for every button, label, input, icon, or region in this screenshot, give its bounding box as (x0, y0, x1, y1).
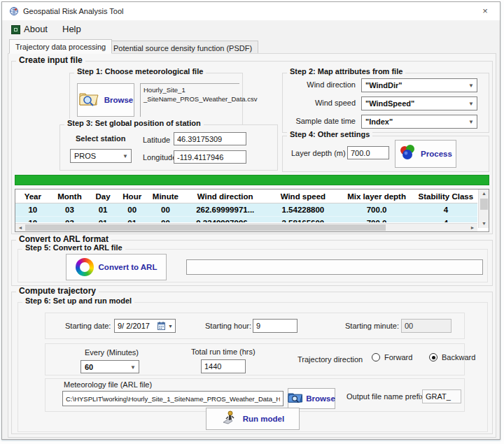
starting-minute-input[interactable] (401, 319, 451, 333)
starting-date-value: 9/ 2/2017 (118, 322, 150, 330)
sample-date-time-value: "Index" (365, 117, 393, 126)
app-icon (9, 6, 19, 16)
radio-checked-icon[interactable] (429, 353, 438, 361)
cell: 4 (414, 219, 477, 223)
starting-date-picker[interactable]: 9/ 2/2017 ▼ (114, 319, 176, 333)
step6-group: Step 6: Set up and run model Starting da… (18, 302, 488, 432)
cell: 00 (148, 206, 184, 214)
tab-strip: Trajectory data processing Potential sou… (2, 38, 500, 54)
station-select[interactable]: PROS ▼ (70, 149, 132, 163)
station-value: PROS (74, 152, 96, 160)
browse-arl-file-label: Browse (306, 394, 335, 403)
longitude-input[interactable] (174, 150, 246, 164)
app-window: Geospatial Risk Analysis Tool × About He… (1, 1, 500, 440)
cell: 01 (89, 219, 117, 223)
layer-depth-label: Layer depth (m) (291, 149, 346, 157)
vertical-scroll-thumb[interactable] (480, 199, 488, 210)
scroll-right-icon[interactable]: ► (468, 224, 477, 232)
scroll-down-icon[interactable]: ▼ (479, 220, 489, 228)
process-label: Process (421, 150, 452, 158)
close-button[interactable]: × (477, 5, 493, 17)
chevron-down-icon: ▼ (130, 364, 136, 370)
wind-direction-value: "WindDir" (365, 81, 402, 89)
runner-icon (221, 410, 238, 428)
step5-group: Step 5: Convert to ARL file Convert to A… (18, 249, 488, 282)
horizontal-scroll-thumb[interactable] (25, 224, 386, 231)
weather-data-table[interactable]: Year Month Day Hour Minute Wind directio… (15, 189, 489, 232)
col-month: Month (50, 192, 90, 201)
starting-hour-input[interactable] (253, 319, 298, 333)
tab-psdf[interactable]: Potential source density function (PSDF) (107, 41, 258, 54)
table-row[interactable]: 10 03 01 00 00 262.69999971... 1.5422880… (15, 203, 477, 216)
convert-progress-bar (186, 259, 483, 275)
total-run-time-label: Total run time (hrs) (191, 348, 255, 356)
compute-trajectory-title: Compute trajectory (16, 286, 99, 296)
cell: 2.58165600 (267, 219, 339, 223)
latitude-input[interactable] (174, 132, 246, 145)
step4-group: Step 4: Other settings Layer depth (m) P… (282, 136, 489, 172)
start-datetime-panel: Starting date: 9/ 2/2017 ▼ Starting hour… (45, 313, 465, 339)
table-header-row: Year Month Day Hour Minute Wind directio… (15, 189, 477, 203)
calendar-icon (158, 322, 165, 331)
output-prefix-input[interactable] (422, 389, 461, 403)
step3-title: Step 3: Set global position of station (64, 119, 204, 127)
table-horizontal-scrollbar[interactable]: ◄ ► (15, 223, 477, 231)
step1-title: Step 1: Choose meteorological file (74, 67, 206, 76)
sample-date-time-select[interactable]: "Index" ▼ (361, 115, 477, 129)
longitude-label: Longitude (143, 153, 176, 162)
col-minute: Minute (148, 192, 184, 201)
menu-help[interactable]: Help (62, 24, 81, 34)
process-button[interactable]: Process (395, 140, 456, 168)
menu-bar: About Help (2, 20, 500, 38)
cell: 9.2249997996... (183, 219, 267, 223)
scroll-left-icon[interactable]: ◄ (15, 224, 25, 232)
every-minutes-select[interactable]: 60 ▼ (80, 360, 139, 373)
cell: 01 (89, 206, 117, 214)
sample-date-time-label: Sample date time (283, 117, 356, 125)
col-hour: Hour (117, 192, 148, 201)
step2-title: Step 2: Map attributes from file (287, 67, 405, 76)
chevron-down-icon: ▼ (468, 83, 474, 89)
menu-about[interactable]: About (24, 24, 48, 34)
radio-unchecked-icon[interactable] (372, 353, 380, 361)
total-run-time-input[interactable] (201, 359, 246, 373)
browse-meteo-file-label: Browse (104, 96, 134, 104)
desktop: Geospatial Risk Analysis Tool × About He… (0, 0, 504, 444)
step4-title: Step 4: Other settings (287, 130, 372, 138)
met-file-label: Meteorology file (ARL file) (64, 380, 152, 389)
cell: 03 (50, 219, 90, 223)
output-prefix-label: Output file name prefix (346, 392, 424, 401)
compute-trajectory-group: Compute trajectory Step 6: Set up and ru… (11, 292, 493, 434)
run-model-label: Run model (243, 415, 284, 423)
browse-meteo-file-button[interactable]: Browse (77, 83, 134, 117)
every-minutes-value: 60 (85, 363, 93, 371)
cell: 700.0 (340, 219, 414, 223)
col-wind-direction: Wind direction (183, 192, 267, 201)
browse-arl-file-button[interactable]: Browse (288, 388, 335, 409)
chevron-down-icon: ▼ (122, 153, 128, 159)
convert-to-arl-button[interactable]: Convert to ARL (66, 254, 167, 280)
wind-speed-select[interactable]: "WindSpeed" ▼ (361, 96, 477, 110)
file-name-line2: _SiteName_PROS_Weather_Data.csv (144, 95, 237, 104)
forward-radio[interactable]: Forward (372, 353, 412, 361)
rgb-spheres-icon (399, 145, 416, 163)
every-minutes-label: Every (Minutes) (85, 348, 139, 357)
layer-depth-input[interactable] (347, 146, 389, 159)
cell: 03 (50, 206, 90, 214)
tab-trajectory-data-processing[interactable]: Trajectory data processing (9, 39, 112, 54)
blue-folder-search-icon (288, 391, 303, 406)
backward-radio[interactable]: Backward (429, 353, 475, 361)
cell: 262.69999971... (183, 206, 267, 214)
run-settings-panel: Every (Minutes) 60 ▼ Total run time (hrs… (45, 343, 465, 375)
chevron-down-icon: ▼ (168, 324, 173, 329)
cell: 10 (15, 219, 50, 223)
cell: 1.54228800 (267, 206, 339, 214)
met-file-path-input[interactable] (62, 391, 284, 406)
table-row[interactable]: 10 03 01 01 00 9.2249997996... 2.5816560… (15, 216, 477, 222)
color-wheel-icon (76, 258, 94, 276)
wind-direction-select[interactable]: "WindDir" ▼ (361, 78, 477, 92)
window-title: Geospatial Risk Analysis Tool (23, 7, 123, 15)
run-model-button[interactable]: Run model (206, 408, 300, 430)
table-vertical-scrollbar[interactable]: ▲ ▼ (478, 189, 489, 228)
scroll-up-icon[interactable]: ▲ (479, 189, 489, 198)
